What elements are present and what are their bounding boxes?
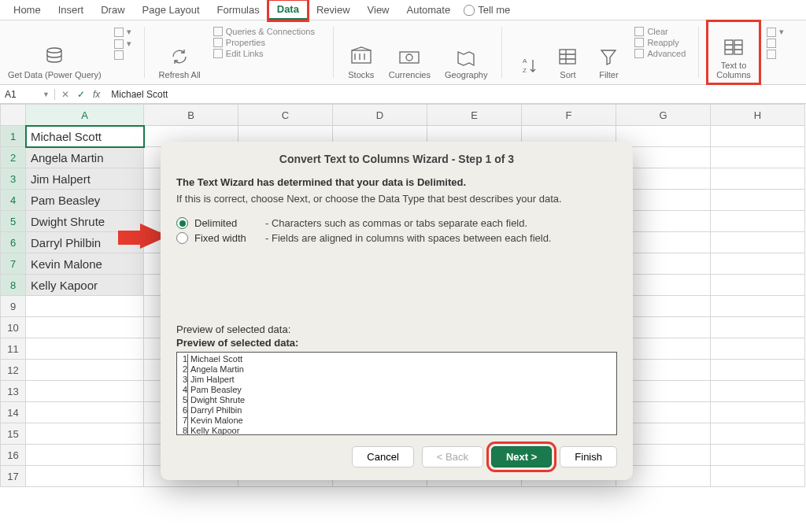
refresh-all-button[interactable]: Refresh All — [156, 24, 204, 81]
cell[interactable] — [26, 296, 144, 317]
row-header[interactable]: 10 — [1, 317, 26, 338]
name-box[interactable]: A1▼ — [0, 89, 55, 100]
tab-pagelayout[interactable]: Page Layout — [134, 1, 209, 19]
cell[interactable] — [26, 381, 144, 402]
cell[interactable]: Jim Halpert — [26, 168, 144, 190]
row-header[interactable]: 13 — [1, 381, 26, 402]
row-header[interactable]: 9 — [1, 296, 26, 317]
row-header[interactable]: 8 — [1, 275, 26, 296]
cancel-formula-icon[interactable]: ✕ — [61, 89, 69, 100]
cell[interactable] — [26, 338, 144, 360]
row-header[interactable]: 3 — [1, 168, 26, 190]
cell[interactable] — [711, 211, 805, 232]
accept-formula-icon[interactable]: ✓ — [77, 89, 85, 100]
column-header[interactable]: E — [427, 105, 522, 126]
get-data-options[interactable]: ▾ ▾ — [113, 24, 133, 81]
currencies-button[interactable]: Currencies — [386, 24, 434, 81]
row-header[interactable]: 14 — [1, 402, 26, 423]
cell[interactable] — [711, 275, 805, 296]
column-header[interactable]: F — [522, 105, 616, 126]
svg-rect-7 — [725, 40, 733, 54]
properties-button[interactable]: Properties — [213, 38, 320, 47]
cell[interactable] — [711, 190, 805, 211]
text-to-columns-button[interactable]: Text toColumns — [710, 24, 756, 81]
column-header[interactable]: H — [711, 105, 805, 126]
cell[interactable] — [26, 402, 144, 423]
cell[interactable] — [711, 445, 805, 466]
cell[interactable] — [711, 147, 805, 168]
fx-icon[interactable]: fx — [93, 89, 100, 100]
cell[interactable] — [711, 296, 805, 317]
cell[interactable]: Kelly Kapoor — [26, 275, 144, 296]
cell[interactable]: Pam Beasley — [26, 190, 144, 211]
mini-icon — [114, 39, 124, 49]
row-header[interactable]: 1 — [1, 126, 26, 147]
cancel-button[interactable]: Cancel — [352, 446, 413, 467]
tab-view[interactable]: View — [359, 1, 398, 19]
radio-fixed-width[interactable] — [176, 232, 188, 244]
select-all-corner[interactable] — [1, 105, 26, 126]
cell[interactable] — [26, 445, 144, 466]
column-header[interactable]: D — [333, 105, 427, 126]
cell[interactable] — [26, 423, 144, 445]
row-header[interactable]: 5 — [1, 211, 26, 232]
advanced-filter-button[interactable]: Advanced — [634, 49, 686, 58]
row-header[interactable]: 15 — [1, 423, 26, 445]
sort-button[interactable]: Sort — [551, 24, 584, 81]
cell[interactable] — [711, 253, 805, 275]
next-button[interactable]: Next > — [491, 446, 552, 467]
data-tools-more[interactable]: ▾ — [765, 24, 786, 81]
clear-filter-button[interactable]: Clear — [634, 27, 686, 36]
tab-formulas[interactable]: Formulas — [209, 1, 268, 19]
edit-links-button[interactable]: Edit Links — [213, 49, 320, 58]
cell[interactable]: Dwight Shrute — [26, 211, 144, 232]
mini-icon — [114, 28, 124, 37]
get-data-button[interactable]: Get Data (Power Query) — [5, 24, 105, 81]
cell[interactable]: Kevin Malone — [26, 253, 144, 275]
tab-data[interactable]: Data — [268, 0, 308, 20]
queries-connections-button[interactable]: Queries & Connections — [213, 27, 320, 36]
tab-insert[interactable]: Insert — [50, 1, 93, 19]
tab-automate[interactable]: Automate — [398, 1, 460, 19]
cell[interactable] — [26, 317, 144, 338]
row-header[interactable]: 4 — [1, 190, 26, 211]
column-header[interactable]: A — [26, 105, 144, 126]
stocks-button[interactable]: Stocks — [345, 24, 378, 81]
cell[interactable]: Michael Scott — [26, 126, 144, 147]
column-header[interactable]: G — [616, 105, 711, 126]
tab-draw[interactable]: Draw — [92, 1, 133, 19]
row-header[interactable]: 12 — [1, 360, 26, 381]
cell[interactable] — [26, 466, 144, 487]
column-header[interactable]: B — [144, 105, 238, 126]
row-header[interactable]: 7 — [1, 253, 26, 275]
row-header[interactable]: 16 — [1, 445, 26, 466]
formula-input[interactable]: Michael Scott — [106, 89, 168, 100]
tell-me[interactable]: Tell me — [464, 4, 510, 16]
row-header[interactable]: 2 — [1, 147, 26, 168]
row-header[interactable]: 17 — [1, 466, 26, 487]
cell[interactable] — [711, 360, 805, 381]
cell[interactable] — [711, 402, 805, 423]
preview-box[interactable]: 1Michael Scott2Angela Martin3Jim Halpert… — [176, 352, 617, 435]
geography-button[interactable]: Geography — [442, 24, 490, 81]
column-header[interactable]: C — [238, 105, 333, 126]
cell[interactable] — [711, 168, 805, 190]
cell[interactable] — [711, 466, 805, 487]
row-header[interactable]: 6 — [1, 232, 26, 253]
tab-review[interactable]: Review — [308, 1, 359, 19]
cell[interactable] — [711, 338, 805, 360]
cell[interactable]: Angela Martin — [26, 147, 144, 168]
cell[interactable] — [711, 423, 805, 445]
cell[interactable] — [26, 360, 144, 381]
cell[interactable] — [711, 317, 805, 338]
tab-home[interactable]: Home — [5, 1, 50, 19]
cell[interactable] — [711, 381, 805, 402]
radio-delimited[interactable] — [176, 217, 188, 229]
cell[interactable] — [711, 126, 805, 147]
cell[interactable] — [711, 232, 805, 253]
filter-button[interactable]: Filter — [592, 24, 625, 81]
reapply-filter-button[interactable]: Reapply — [634, 38, 686, 47]
sort-az-button[interactable]: AZ — [513, 24, 543, 81]
finish-button[interactable]: Finish — [560, 446, 617, 467]
row-header[interactable]: 11 — [1, 338, 26, 360]
